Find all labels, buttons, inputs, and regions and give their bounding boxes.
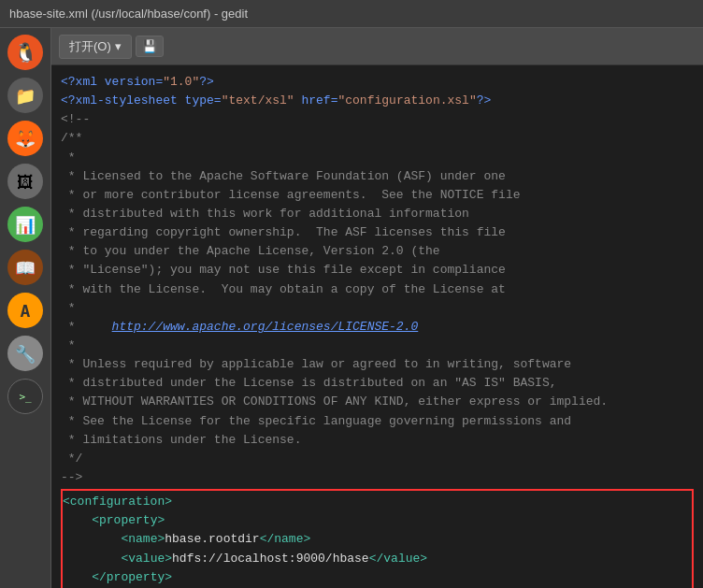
line-6: * Licensed to the Apache Software Founda…	[61, 167, 694, 186]
ubuntu-icon: 🐧	[7, 35, 43, 70]
line-14: * http://www.apache.org/licenses/LICENSE…	[61, 318, 694, 337]
settings-icon: 🔧	[7, 336, 43, 371]
open-label: 打开(O)	[69, 38, 111, 55]
line-2: <?xml-stylesheet type="text/xsl" href="c…	[61, 92, 694, 110]
sidebar: 🐧 📁 🦊 🖼 📊 📖 A 🔧 >_	[0, 28, 51, 588]
sidebar-item-settings[interactable]: 🔧	[6, 334, 45, 373]
line-22: -->	[61, 468, 694, 487]
val1: <value>hdfs://localhost:9000/hbase</valu…	[63, 550, 692, 568]
line-13: *	[61, 299, 694, 318]
editor[interactable]: <?xml version="1.0"?> <?xml-stylesheet t…	[51, 65, 703, 588]
xml-config-block: <configuration> <property> <name>hbase.r…	[61, 489, 694, 588]
book-icon: 📖	[7, 250, 43, 285]
line-7: * or more contributor license agreements…	[61, 186, 694, 205]
sidebar-item-book[interactable]: 📖	[6, 248, 45, 287]
line-3: <!--	[61, 110, 694, 129]
config-open: <configuration>	[63, 493, 692, 511]
titlebar-text: hbase-site.xml (/usr/local/hbase/conf) -…	[9, 7, 248, 21]
save-icon: 💾	[142, 39, 157, 53]
name1: <name>hbase.rootdir</name>	[63, 530, 692, 549]
line-10: * to you under the Apache License, Versi…	[61, 242, 694, 261]
line-21: */	[61, 450, 694, 468]
files-icon: 📁	[7, 78, 43, 113]
toolbar: 打开(O) ▾ 💾	[51, 28, 703, 65]
line-15: *	[61, 337, 694, 355]
sidebar-item-ubuntu[interactable]: 🐧	[6, 33, 45, 72]
sidebar-item-firefox[interactable]: 🦊	[6, 119, 45, 158]
line-11: * "License"); you may not use this file …	[61, 261, 694, 280]
main-layout: 🐧 📁 🦊 🖼 📊 📖 A 🔧 >_ 打开(O)	[0, 28, 703, 588]
line-18: * WITHOUT WARRANTIES OR CONDITIONS OF AN…	[61, 393, 694, 411]
sidebar-item-image[interactable]: 🖼	[6, 162, 45, 201]
line-20: * limitations under the License.	[61, 431, 694, 450]
firefox-icon: 🦊	[7, 121, 43, 156]
sidebar-item-calc[interactable]: 📊	[6, 205, 45, 244]
line-5: *	[61, 149, 694, 167]
line-19: * See the License for the specific langu…	[61, 412, 694, 431]
prop1-open: <property>	[63, 511, 692, 530]
titlebar: hbase-site.xml (/usr/local/hbase/conf) -…	[0, 0, 703, 28]
sidebar-item-terminal[interactable]: >_	[6, 377, 45, 416]
line-17: * distributed under the License is distr…	[61, 374, 694, 393]
terminal-icon: >_	[7, 379, 43, 414]
content-area: 打开(O) ▾ 💾 <?xml version="1.0"?> <?xml-st…	[51, 28, 703, 588]
line-8: * distributed with this work for additio…	[61, 205, 694, 223]
prop1-close: </property>	[63, 568, 692, 587]
line-4: /**	[61, 129, 694, 148]
open-button[interactable]: 打开(O) ▾	[59, 35, 132, 59]
line-12: * with the License. You may obtain a cop…	[61, 280, 694, 299]
sidebar-item-files[interactable]: 📁	[6, 76, 45, 115]
line-16: * Unless required by applicable law or a…	[61, 355, 694, 374]
sidebar-item-amazon[interactable]: A	[6, 291, 45, 330]
line-1: <?xml version="1.0"?>	[61, 73, 694, 92]
image-icon: 🖼	[7, 164, 43, 199]
calc-icon: 📊	[7, 207, 43, 242]
line-9: * regarding copyright ownership. The ASF…	[61, 223, 694, 242]
open-dropdown-icon: ▾	[115, 39, 122, 53]
amazon-icon: A	[7, 293, 43, 328]
save-button[interactable]: 💾	[136, 36, 164, 57]
